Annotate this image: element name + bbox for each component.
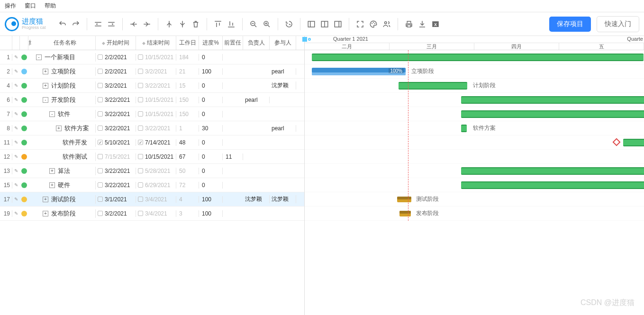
expander-icon[interactable]: + <box>43 69 48 74</box>
goto-icon[interactable] <box>283 18 295 30</box>
table-row[interactable]: 2✎+立项阶段2/2/20213/2/202121100pearl <box>0 64 304 79</box>
table-row[interactable]: 17✎+测试阶段3/1/20213/4/20214100沈梦颖沈梦颖 <box>0 192 304 207</box>
end-date[interactable]: 3/2/2021 <box>136 68 176 75</box>
col-start[interactable]: ◆开始时间 <box>96 36 136 50</box>
task-name[interactable]: 软件测试 <box>34 153 96 161</box>
edit-icon[interactable]: ✎ <box>12 154 20 159</box>
task-name[interactable]: +发布阶段 <box>34 209 96 218</box>
gantt-row[interactable] <box>305 93 644 107</box>
task-name[interactable]: +算法 <box>34 167 96 175</box>
end-date[interactable]: 10/15/2021 <box>136 54 176 61</box>
table-row[interactable]: 6✎-开发阶段3/22/202110/15/20211500pearl <box>0 93 304 107</box>
start-date[interactable]: 3/2/2021 <box>96 82 136 89</box>
expander-icon[interactable]: + <box>49 182 55 188</box>
gantt-bar[interactable] <box>623 139 644 146</box>
table-row[interactable]: 1✎-一个新项目2/2/202110/15/20211840 <box>0 50 304 64</box>
gantt-bar[interactable]: 100% <box>312 68 406 75</box>
end-date[interactable]: 3/22/2021 <box>136 125 176 132</box>
start-date[interactable]: 2/2/2021 <box>96 54 136 61</box>
download-icon[interactable] <box>416 18 428 30</box>
print-icon[interactable] <box>403 18 415 30</box>
col-name[interactable]: 任务名称 <box>34 36 96 50</box>
table-row[interactable]: 11✎软件开发5/10/20217/14/2021480 <box>0 135 304 150</box>
outdent-icon[interactable] <box>92 18 104 30</box>
edit-icon[interactable]: ✎ <box>12 97 20 102</box>
redo-icon[interactable] <box>70 18 82 30</box>
task-name[interactable]: +软件方案 <box>34 124 96 133</box>
start-date[interactable]: 3/2/2021 <box>96 210 136 217</box>
start-date[interactable]: 2/2/2021 <box>96 68 136 75</box>
expander-icon[interactable]: + <box>56 126 62 131</box>
layout3-icon[interactable] <box>332 18 344 30</box>
start-date[interactable]: 3/1/2021 <box>96 196 136 203</box>
menu-window[interactable]: 窗口 <box>25 2 36 10</box>
start-date[interactable]: 3/22/2021 <box>96 97 136 103</box>
start-date[interactable]: 5/10/2021 <box>96 139 136 146</box>
table-row[interactable]: 4✎+计划阶段3/2/20213/22/2021150沈梦颖 <box>0 79 304 93</box>
expander-icon[interactable]: - <box>36 54 42 60</box>
col-pred[interactable]: 前置任 <box>223 36 243 50</box>
table-row[interactable]: 7✎-软件3/22/202110/15/20211500 <box>0 107 304 121</box>
edit-icon[interactable]: ✎ <box>12 168 20 173</box>
expander-icon[interactable]: - <box>43 97 48 103</box>
start-date[interactable]: 3/22/2021 <box>96 125 136 132</box>
edit-icon[interactable]: ✎ <box>12 111 20 117</box>
zoom-out-icon[interactable] <box>247 18 260 30</box>
expander-icon[interactable]: + <box>43 83 48 89</box>
users-icon[interactable] <box>381 18 393 30</box>
col-days[interactable]: 工作日 <box>176 36 199 50</box>
gantt-bar[interactable] <box>399 82 467 90</box>
save-button[interactable]: 保存项目 <box>549 17 591 32</box>
excel-icon[interactable]: X <box>429 18 442 30</box>
end-date[interactable]: 5/28/2021 <box>136 168 176 174</box>
col-indent[interactable]: 纟 <box>28 36 34 50</box>
gantt-row[interactable] <box>305 107 644 121</box>
layout2-icon[interactable] <box>318 18 331 30</box>
gantt-bar[interactable] <box>461 125 467 132</box>
down-arrow-icon[interactable] <box>176 18 189 30</box>
quickstart-button[interactable]: 快速入门 <box>597 16 639 32</box>
gantt-row[interactable] <box>305 135 644 150</box>
end-date[interactable]: 10/15/2021 <box>136 153 176 160</box>
gantt-bar[interactable] <box>461 110 644 118</box>
end-date[interactable]: 10/15/2021 <box>136 111 176 117</box>
task-name[interactable]: -开发阶段 <box>34 96 96 104</box>
menu-op[interactable]: 操作 <box>5 2 16 10</box>
end-date[interactable]: 3/22/2021 <box>136 82 176 89</box>
expander-icon[interactable]: - <box>49 111 55 117</box>
task-name[interactable]: +硬件 <box>34 181 96 189</box>
end-date[interactable]: 10/15/2021 <box>136 97 176 103</box>
edit-icon[interactable]: ✎ <box>12 54 20 60</box>
align-top-icon[interactable] <box>212 18 224 30</box>
task-name[interactable]: -一个新项目 <box>34 53 96 62</box>
gantt-bar[interactable] <box>461 167 644 175</box>
table-row[interactable]: 19✎+发布阶段3/2/20213/4/20213100 <box>0 207 304 221</box>
expander-icon[interactable]: + <box>43 211 48 216</box>
table-row[interactable]: 8✎+软件方案3/22/20213/22/2021130pearl <box>0 121 304 135</box>
fullscreen-icon[interactable] <box>354 18 366 30</box>
edit-icon[interactable]: ✎ <box>12 197 20 202</box>
gantt-row[interactable] <box>305 50 644 64</box>
delete-icon[interactable] <box>190 18 202 30</box>
indent-icon[interactable] <box>105 18 118 30</box>
gantt-row[interactable]: 计划阶段 <box>305 79 644 93</box>
start-date[interactable]: 7/15/2021 <box>96 153 136 160</box>
edit-icon[interactable]: ✎ <box>12 83 20 88</box>
edit-icon[interactable]: ✎ <box>12 140 20 145</box>
table-row[interactable]: 12✎软件测试7/15/202110/15/202167011 <box>0 150 304 164</box>
align-bottom-icon[interactable] <box>225 18 237 30</box>
col-owner[interactable]: 负责人 <box>243 36 270 50</box>
edit-icon[interactable]: ✎ <box>12 182 20 188</box>
task-name[interactable]: +立项阶段 <box>34 67 96 76</box>
gantt-row[interactable]: 软件方案 <box>305 121 644 135</box>
gantt-bar[interactable] <box>312 54 644 61</box>
left-arrow-icon[interactable] <box>127 18 140 30</box>
palette-icon[interactable] <box>367 18 380 30</box>
right-arrow-icon[interactable] <box>141 18 153 30</box>
table-row[interactable]: 15✎+硬件3/22/20216/29/2021720 <box>0 178 304 192</box>
layout1-icon[interactable] <box>305 18 317 30</box>
menu-help[interactable]: 帮助 <box>45 2 56 10</box>
gantt-row[interactable]: 测试阶段 <box>305 192 644 207</box>
gantt-bar[interactable] <box>461 181 644 189</box>
splitter-handle[interactable] <box>302 36 317 42</box>
